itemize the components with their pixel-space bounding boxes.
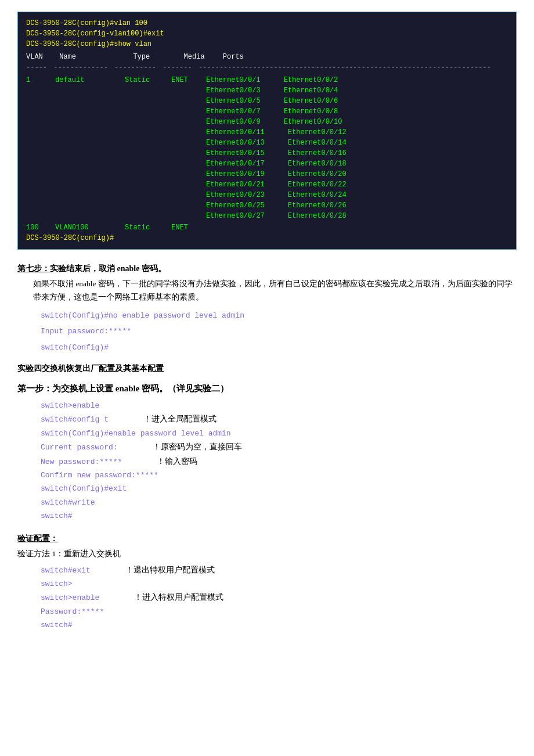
verify-line-1: switch#exit ！退出特权用户配置模式	[17, 563, 517, 577]
step1-heading: 第一步：为交换机上设置 enable 密码。（详见实验二）	[17, 383, 517, 394]
verify-section: 验证配置： 验证方法 1：重新进入交换机 switch#exit ！退出特权用户…	[17, 534, 517, 632]
verify-line-5: switch#	[17, 618, 517, 632]
terminal-line-3: DCS-3950-28C(config)#show vlan	[26, 39, 508, 49]
step1-line-7: switch(Config)#exit	[17, 482, 517, 495]
step1-line-9: switch#	[17, 509, 517, 523]
verify-line-3: switch>enable ！进入特权用户配置模式	[17, 591, 517, 604]
verify-method1-label: 验证方法 1：重新进入交换机	[17, 548, 517, 561]
step7-section: 第七步：实验结束后，取消 enable 密码。 如果不取消 enable 密码，…	[17, 264, 517, 354]
step1-line-5: New password:***** ！输入密码	[17, 455, 517, 469]
step7-title: 第七步：实验结束后，取消 enable 密码。	[17, 264, 517, 274]
step1-line-1: switch>enable	[17, 399, 517, 412]
step1-line-6: Confirm new password:*****	[17, 469, 517, 482]
step1-line-4: Current password: ！原密码为空，直接回车	[17, 440, 517, 454]
step7-label: 第七步：	[17, 264, 50, 273]
vlan-row-100: 100 VLAN0100 Static ENET	[26, 222, 508, 233]
step1-heading-text: 第一步：为交换机上设置 enable 密码。（详见实验二）	[17, 383, 229, 394]
step7-code3: switch(Config)#	[17, 341, 517, 354]
terminal-output: DCS-3950-28C(config)#vlan 100 DCS-3950-2…	[17, 12, 517, 250]
verify-title: 验证配置：	[17, 534, 517, 544]
step1-code-block: switch>enable switch#config t ！进入全局配置模式 …	[17, 399, 517, 523]
vlan-row-1: 1 default Static ENET Ethernet0/0/1 Ethe…	[26, 75, 508, 221]
terminal-last-prompt: DCS-3950-28C(config)#	[26, 233, 508, 243]
terminal-line-1: DCS-3950-28C(config)#vlan 100	[26, 18, 508, 28]
verify-code-block: switch#exit ！退出特权用户配置模式 switch> switch>e…	[17, 563, 517, 632]
step7-desc: 如果不取消 enable 密码，下一批的同学将没有办法做实验，因此，所有自己设定…	[17, 278, 517, 304]
terminal-line-2: DCS-3950-28C(config-vlan100)#exit	[26, 28, 508, 39]
step7-code2: Input password:*****	[17, 325, 517, 338]
step7-title-rest: 实验结束后，取消 enable 密码。	[50, 264, 166, 273]
verify-line-2: switch>	[17, 577, 517, 591]
step1-line-3: switch(Config)#enable password level adm…	[17, 427, 517, 440]
vlan-separator: ----- ------------- ---------- ------- -…	[26, 62, 508, 73]
step1-line-8: switch#write	[17, 496, 517, 509]
vlan-table-header: VLAN Name Type Media Ports	[26, 52, 508, 62]
step7-code1: switch(Config)#no enable password level …	[17, 309, 517, 322]
verify-line-4: Password:*****	[17, 605, 517, 618]
step1-line-2: switch#config t ！进入全局配置模式	[17, 412, 517, 426]
experiment4-title: 实验四交换机恢复出厂配置及其基本配置	[17, 363, 517, 374]
